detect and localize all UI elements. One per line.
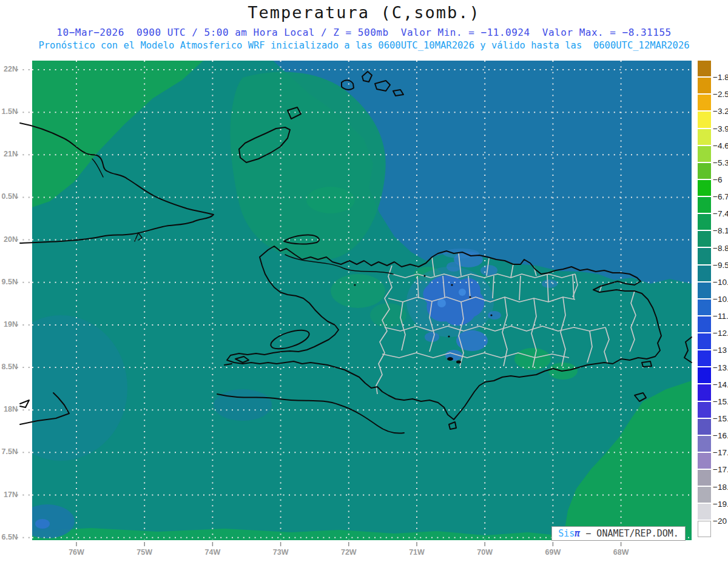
colorbar-tick-label: −8.8 [713,244,728,253]
colorbar-tick-label: −13 [713,346,727,355]
colorbar-tick-label: −12.3 [713,329,728,338]
colorbar-tick-label: −13.7 [713,363,728,372]
branding-pi-symbol: π [575,528,580,539]
colorbar-segment [698,487,711,503]
colorbar-segment [698,163,711,179]
lon-label: 71W [409,548,425,557]
lat-label: 20N [0,235,18,244]
temperature-shading [0,61,692,540]
lat-label: 1.5N [0,107,18,116]
colorbar-tick-label: −5.3 [713,158,728,167]
colorbar-tick-label: −14.4 [713,380,728,389]
branding-box: Sisπ − ONAMET/REP.DOM. [551,526,686,541]
colorbar-tick-label: −10.9 [713,295,728,304]
colorbar-tick-label: −7.4 [713,209,728,218]
lat-label: 6.5N [0,533,18,541]
lon-label: 70W [477,548,493,557]
lat-label: 21N [0,150,18,158]
colorbar-segment [698,299,711,315]
lon-label: 74W [205,548,221,557]
colorbar-segment [698,402,711,418]
colorbar-segment [698,129,711,145]
colorbar-segment [698,419,711,435]
colorbar-segment [698,521,711,537]
colorbar-segment [698,470,711,486]
lat-label: 17N [0,490,18,499]
colorbar-segment [698,316,711,332]
colorbar-segment [698,146,711,162]
lat-label: 0.5N [0,192,18,201]
lat-label: 7.5N [0,447,18,456]
lat-label: 8.5N [0,363,18,371]
colorbar-tick-label: −6.7 [713,192,728,201]
colorbar-segment [698,231,711,247]
colorbar-segment [698,61,711,76]
lon-label: 73W [273,548,289,557]
colorbar-tick-label: −20 [713,517,727,526]
lon-label: 76W [69,548,84,557]
colorbar-tick-label: −10.2 [713,278,728,287]
page-title: Temperatura (C,somb.) [0,3,728,22]
colorbar-tick-label: −18.6 [713,483,728,492]
colorbar-tick-label: −15.8 [713,414,728,423]
lat-label: 22N [0,65,18,73]
colorbar-segment [698,95,711,110]
lat-label: 18N [0,405,18,413]
subtitle-validity-line: 10−Mar−2026 0900 UTC / 5:00 am Hora Loca… [0,27,728,38]
colorbar-segment [698,367,711,383]
weather-map-page: { "header": { "title": "Temperatura (C,s… [0,0,728,562]
branding-onamet: − ONAMET/REP.DOM. [580,528,679,539]
colorbar-segment [698,112,711,127]
colorbar-tick-label: −19.3 [713,500,728,509]
colorbar-segment [698,180,711,196]
colorbar-tick-label: −17.2 [713,448,728,457]
lon-label: 72W [341,548,357,557]
lat-label: 9.5N [0,278,18,286]
colorbar-tick-label: −4.6 [713,141,728,150]
forecast-map-canvas [0,0,728,562]
colorbar-segment [698,504,711,520]
colorbar-tick-label: −6 [713,175,722,184]
colorbar-tick-label: −11.6 [713,312,728,321]
colorbar-segment [698,78,711,93]
colorbar [698,61,711,538]
colorbar-tick-label: −17.9 [713,465,728,474]
colorbar-tick-label: −3.2 [713,107,728,116]
colorbar-segment [698,266,711,281]
subtitle-model-line: Pronóstico con el Modelo Atmosferico WRF… [0,40,728,51]
lon-label: 75W [136,548,152,557]
lon-label: 69W [545,548,561,557]
colorbar-tick-label: −9.5 [713,261,728,270]
colorbar-segment [698,436,711,452]
colorbar-tick-label: −3.9 [713,124,728,133]
lon-label: 68W [613,548,629,557]
colorbar-segment [698,248,711,264]
colorbar-segment [698,197,711,213]
colorbar-segment [698,333,711,349]
colorbar-segment [698,384,711,400]
colorbar-segment [698,283,711,298]
branding-sis: Sis [558,528,575,539]
colorbar-tick-label: −15.1 [713,397,728,406]
colorbar-segment [698,214,711,230]
colorbar-tick-label: −8.1 [713,226,728,235]
colorbar-tick-label: −2.5 [713,90,728,99]
lat-label: 19N [0,320,18,329]
colorbar-segment [698,350,711,366]
colorbar-tick-label: −16.5 [713,431,728,440]
colorbar-tick-label: −1.8 [713,73,728,82]
colorbar-segment [698,453,711,469]
